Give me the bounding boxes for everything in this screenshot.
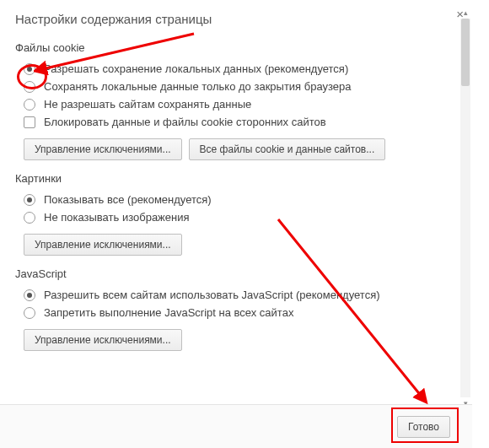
- option-label: Не разрешать сайтам сохранять данные: [44, 98, 251, 111]
- content-settings-dialog: × Настройки содержания страницы Файлы co…: [0, 0, 472, 448]
- option-label: Разрешить всем сайтам использовать JavaS…: [44, 289, 380, 301]
- vertical-scrollbar[interactable]: ▴ ▾: [460, 19, 470, 397]
- option-label: Показывать все (рекомендуется): [44, 193, 212, 206]
- radio-icon[interactable]: [24, 194, 35, 206]
- images-option-show[interactable]: Показывать все (рекомендуется): [24, 193, 457, 206]
- scroll-up-icon[interactable]: ▴: [460, 8, 470, 17]
- section-cookies-title: Файлы cookie: [15, 41, 457, 54]
- cookies-option-block[interactable]: Не разрешать сайтам сохранять данные: [24, 98, 457, 111]
- cookies-option-thirdparty[interactable]: Блокировать данные и файлы cookie сторон…: [24, 116, 457, 128]
- dialog-title: Настройки содержания страницы: [15, 12, 457, 26]
- radio-icon[interactable]: [24, 307, 35, 319]
- option-label: Не показывать изображения: [44, 211, 190, 224]
- cookies-option-allow[interactable]: Разрешать сохранение локальных данных (р…: [24, 62, 457, 75]
- cookies-option-session[interactable]: Сохранять локальные данные только до зак…: [24, 80, 457, 93]
- radio-icon[interactable]: [24, 63, 35, 75]
- manage-exceptions-button[interactable]: Управление исключениями...: [24, 234, 182, 256]
- js-option-allow[interactable]: Разрешить всем сайтам использовать JavaS…: [24, 289, 457, 301]
- option-label: Разрешать сохранение локальных данных (р…: [44, 62, 348, 75]
- section-javascript-title: JavaScript: [15, 267, 457, 280]
- done-button[interactable]: Готово: [397, 416, 450, 438]
- manage-exceptions-button[interactable]: Управление исключениями...: [24, 329, 182, 351]
- checkbox-icon[interactable]: [24, 116, 35, 128]
- option-label: Запретить выполнение JavaScript на всех …: [44, 306, 293, 319]
- radio-icon[interactable]: [24, 289, 35, 301]
- radio-icon[interactable]: [24, 99, 35, 111]
- js-option-block[interactable]: Запретить выполнение JavaScript на всех …: [24, 306, 457, 319]
- manage-exceptions-button[interactable]: Управление исключениями...: [24, 138, 182, 160]
- radio-icon[interactable]: [24, 81, 35, 93]
- option-label: Сохранять локальные данные только до зак…: [44, 80, 352, 93]
- dialog-footer: Готово: [0, 404, 472, 448]
- radio-icon[interactable]: [24, 212, 35, 224]
- all-cookies-button[interactable]: Все файлы cookie и данные сайтов...: [189, 138, 386, 160]
- scrollbar-thumb[interactable]: [461, 19, 470, 86]
- images-option-hide[interactable]: Не показывать изображения: [24, 211, 457, 224]
- section-images-title: Картинки: [15, 172, 457, 185]
- option-label: Блокировать данные и файлы cookie сторон…: [44, 116, 326, 128]
